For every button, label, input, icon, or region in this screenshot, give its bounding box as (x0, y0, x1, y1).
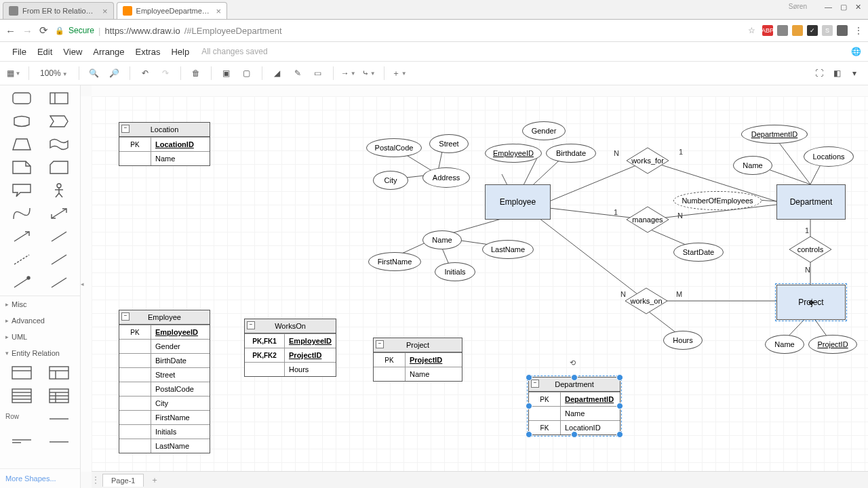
sidebar-cat-er[interactable]: Entity Relation (0, 345, 80, 361)
rotate-handle-icon[interactable]: ⟲ (570, 359, 579, 368)
shape-trapezoid[interactable] (5, 136, 37, 153)
field-cell[interactable]: EmployeeID (285, 334, 336, 348)
zoom-in-icon[interactable]: 🔍 (86, 65, 102, 81)
entity-employee[interactable]: Employee (485, 184, 551, 220)
back-button[interactable]: ← (5, 25, 16, 37)
resize-handle[interactable] (526, 431, 532, 438)
er-shape-misc[interactable] (43, 433, 75, 451)
zoom-select[interactable]: 100%▼ (36, 68, 72, 78)
fill-color-icon[interactable]: ◢ (269, 65, 285, 81)
extension-icon[interactable]: ✓ (807, 25, 818, 36)
key-cell[interactable] (245, 363, 285, 377)
connection-icon[interactable]: →▼ (340, 65, 357, 81)
line-color-icon[interactable]: ✎ (290, 65, 306, 81)
key-cell[interactable]: PK (119, 138, 151, 152)
browser-tab-active[interactable]: EmployeeDepartment - d × (117, 2, 228, 19)
shape-arrow[interactable] (5, 228, 37, 245)
field-cell[interactable]: ProjectID (285, 348, 336, 363)
collapse-icon[interactable]: ▾ (846, 65, 863, 81)
insert-icon[interactable]: ＋▼ (391, 65, 408, 81)
resize-handle[interactable] (616, 403, 623, 409)
field-cell[interactable]: Street (151, 368, 210, 382)
key-cell[interactable]: PK (529, 392, 561, 407)
menu-file[interactable]: File (7, 47, 32, 57)
attr-num-employees[interactable]: NumberOfEmployees (673, 191, 762, 210)
attr-hours[interactable]: Hours (663, 331, 703, 350)
attr-street[interactable]: Street (429, 134, 469, 153)
attr-startdate[interactable]: StartDate (673, 243, 724, 262)
er-shape-table[interactable] (5, 364, 37, 382)
attr-name-emp[interactable]: Name (422, 230, 462, 249)
menu-help[interactable]: Help (165, 47, 195, 57)
sidebar-cat-advanced[interactable]: Advanced (0, 312, 80, 329)
shape-biarrow[interactable] (43, 205, 75, 222)
extension-icon[interactable]: S (822, 25, 833, 36)
entity-project[interactable]: Project ✥ (776, 285, 846, 320)
field-cell[interactable]: City (151, 396, 210, 411)
rel-works-for[interactable]: works_for (626, 147, 669, 174)
attr-name-proj[interactable]: Name (765, 335, 804, 354)
shape-tape[interactable] (43, 136, 75, 153)
more-shapes-link[interactable]: More Shapes... (0, 468, 80, 488)
er-shape-divider[interactable] (5, 433, 37, 451)
er-shape-row[interactable] (43, 410, 75, 428)
resize-handle[interactable] (571, 374, 578, 381)
attr-employee-id[interactable]: EmployeeID (485, 144, 542, 163)
field-cell[interactable]: FirstName (151, 411, 210, 425)
add-page-icon[interactable]: ＋ (144, 472, 165, 488)
rel-manages[interactable]: manages (626, 206, 669, 233)
field-cell[interactable]: EmployeeID (151, 325, 210, 340)
resize-handle[interactable] (616, 374, 623, 381)
key-cell[interactable] (119, 340, 151, 354)
shape-line-end[interactable] (5, 274, 37, 291)
attr-project-id[interactable]: ProjectID (808, 335, 857, 354)
entity-department[interactable]: Department (776, 184, 846, 220)
field-cell[interactable]: Name (406, 367, 462, 382)
fold-icon[interactable]: − (121, 125, 130, 133)
key-cell[interactable] (119, 368, 151, 382)
fold-icon[interactable]: − (247, 321, 255, 329)
sidebar-cat-uml[interactable]: UML (0, 329, 80, 345)
redo-icon[interactable]: ↷ (157, 65, 174, 81)
rel-works-on[interactable]: works_on (625, 287, 668, 314)
browser-tab[interactable]: From ER to Relational M… × (3, 2, 114, 19)
field-cell[interactable]: Name (561, 407, 620, 421)
browser-menu-icon[interactable]: ⋮ (854, 26, 863, 35)
resize-handle[interactable] (616, 431, 623, 438)
field-cell[interactable]: Initials (151, 425, 210, 439)
field-cell[interactable]: LastName (151, 439, 210, 453)
attr-name-dept[interactable]: Name (733, 156, 772, 175)
er-shape-list[interactable] (5, 387, 37, 405)
shape-thin[interactable] (43, 251, 75, 268)
close-tab-icon[interactable]: × (216, 6, 222, 16)
view-dropdown[interactable]: ▦▼ (5, 65, 22, 81)
table-location[interactable]: −Location PKLocationIDName (119, 122, 210, 166)
zoom-out-icon[interactable]: 🔎 (106, 65, 123, 81)
fold-icon[interactable]: − (531, 380, 539, 388)
profile-name[interactable]: Søren (789, 3, 807, 10)
resize-handle[interactable] (526, 403, 532, 409)
to-back-icon[interactable]: ▢ (239, 65, 255, 81)
attr-gender[interactable]: Gender (522, 121, 566, 140)
field-cell[interactable]: Hours (285, 363, 336, 377)
bookmark-star-icon[interactable]: ☆ (748, 26, 755, 35)
resize-handle[interactable] (526, 374, 532, 381)
key-cell[interactable]: PK (119, 325, 151, 340)
delete-icon[interactable]: 🗑 (188, 65, 204, 81)
shape-plain-line[interactable] (43, 274, 75, 291)
to-front-icon[interactable]: ▣ (218, 65, 235, 81)
er-row-label[interactable]: Row (5, 410, 37, 428)
window-close-icon[interactable]: ✕ (855, 3, 861, 12)
shape-container[interactable] (43, 89, 75, 107)
key-cell[interactable] (119, 354, 151, 368)
language-icon[interactable]: 🌐 (851, 47, 861, 56)
key-cell[interactable] (119, 411, 151, 425)
shape-callout[interactable] (5, 182, 37, 199)
extension-icon[interactable]: ABP (762, 25, 773, 36)
shape-dashed[interactable] (5, 251, 37, 268)
url-field[interactable]: 🔒 Secure | https://www.draw.io/#LEmploye… (55, 26, 741, 36)
window-minimize-icon[interactable]: — (825, 3, 832, 12)
shape-step[interactable] (43, 113, 75, 130)
rel-controls[interactable]: controls (789, 236, 832, 263)
table-department[interactable]: −Department PKDepartmentIDNameFKLocation… (528, 377, 620, 435)
